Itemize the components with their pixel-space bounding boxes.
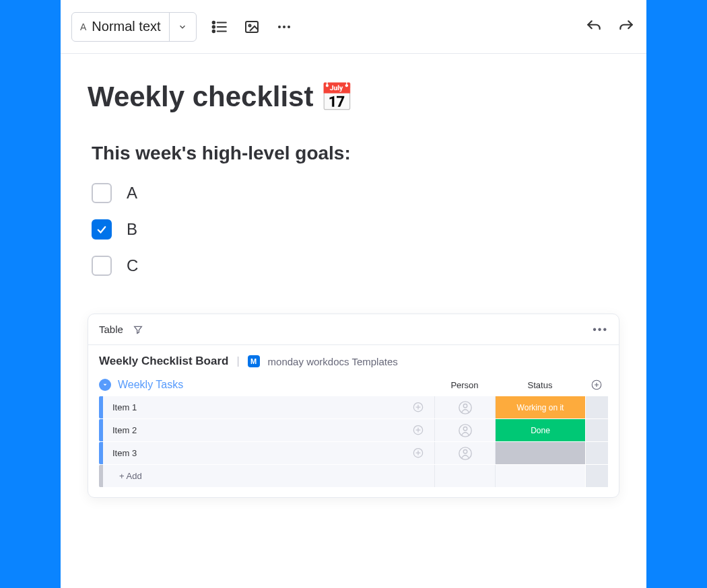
collapse-icon[interactable] [99, 379, 111, 391]
svg-point-23 [463, 427, 467, 431]
filter-icon[interactable] [133, 324, 143, 335]
checkbox[interactable] [92, 183, 112, 203]
status-cell[interactable] [495, 442, 585, 464]
checklist-item[interactable]: B [92, 219, 619, 240]
table-row[interactable]: Item 2 Done [99, 419, 608, 442]
item-name[interactable]: Item 3 [112, 442, 402, 464]
group-header[interactable]: Weekly Tasks Person Status [88, 372, 619, 396]
item-name[interactable]: Item 2 [112, 419, 402, 441]
svg-point-18 [463, 404, 467, 408]
goal-checklist: A B C [92, 183, 619, 276]
row-color-bar [99, 396, 103, 418]
image-icon[interactable] [242, 17, 261, 36]
board-title-row: Weekly Checklist Board | M monday workdo… [88, 345, 619, 372]
status-cell[interactable]: Working on it [495, 396, 585, 418]
checklist-item[interactable]: A [92, 183, 619, 203]
group-name: Weekly Tasks [118, 379, 183, 391]
text-style-label: Normal text [92, 19, 160, 34]
redo-icon[interactable] [617, 17, 636, 36]
bulleted-list-icon[interactable] [210, 17, 229, 36]
calendar-icon: 📅 [320, 81, 354, 113]
svg-point-7 [248, 24, 250, 26]
svg-point-10 [288, 26, 290, 28]
row-color-bar [99, 465, 103, 487]
page-title-text: Weekly checklist [88, 81, 313, 113]
person-cell[interactable] [434, 442, 495, 464]
checkbox[interactable] [92, 256, 112, 276]
workspace-name[interactable]: monday workdocs Templates [268, 356, 398, 367]
table-row[interactable]: Item 1 Working on it [99, 396, 608, 419]
board-more-icon[interactable]: ••• [593, 324, 608, 336]
toolbar: A Normal text [61, 0, 646, 54]
document-frame: A Normal text Weekly checklist 📅 [61, 0, 646, 588]
svg-point-9 [283, 26, 285, 28]
conversation-icon[interactable] [402, 419, 434, 441]
undo-icon[interactable] [584, 17, 603, 36]
row-color-bar [99, 442, 103, 464]
svg-point-8 [278, 26, 281, 28]
checklist-label: B [127, 220, 137, 239]
add-item-row[interactable]: + Add [99, 465, 608, 488]
conversation-icon[interactable] [402, 442, 434, 464]
svg-point-2 [212, 26, 214, 28]
checklist-label: C [127, 256, 138, 275]
board-title[interactable]: Weekly Checklist Board [99, 355, 228, 368]
board-rows: Item 1 Working on it Item 2 [88, 396, 619, 497]
embedded-board: Table ••• Weekly Checklist Board | M mon… [88, 314, 619, 498]
person-cell[interactable] [434, 396, 495, 418]
svg-point-4 [212, 30, 214, 32]
goals-heading[interactable]: This week's high-level goals: [92, 143, 619, 164]
svg-point-0 [212, 21, 214, 23]
person-cell[interactable] [434, 419, 495, 441]
item-name[interactable]: Item 1 [112, 396, 402, 418]
row-color-bar [99, 419, 103, 441]
document-body: Weekly checklist 📅 This week's high-leve… [61, 54, 646, 498]
column-header-status[interactable]: Status [495, 380, 585, 390]
conversation-icon[interactable] [402, 396, 434, 418]
svg-point-28 [463, 449, 467, 453]
row-trail [585, 396, 608, 418]
board-view-tab[interactable]: Table [99, 324, 123, 335]
add-item-label: + Add [112, 465, 402, 487]
board-tab-bar: Table ••• [88, 314, 619, 345]
text-style-dropdown[interactable]: A Normal text [71, 12, 197, 42]
text-style-icon: A [80, 22, 86, 32]
add-column-icon[interactable] [585, 379, 608, 391]
checklist-item[interactable]: C [92, 256, 619, 276]
row-trail [585, 419, 608, 441]
column-header-person[interactable]: Person [434, 380, 495, 390]
checkbox-checked[interactable] [92, 219, 112, 240]
checklist-label: A [127, 184, 137, 203]
workspace-badge: M [248, 355, 260, 367]
row-trail [585, 442, 608, 464]
page-title[interactable]: Weekly checklist 📅 [88, 81, 619, 113]
divider: | [236, 355, 239, 367]
table-row[interactable]: Item 3 [99, 442, 608, 465]
more-icon[interactable] [275, 17, 294, 36]
status-cell[interactable]: Done [495, 419, 585, 441]
chevron-down-icon[interactable] [169, 12, 196, 42]
